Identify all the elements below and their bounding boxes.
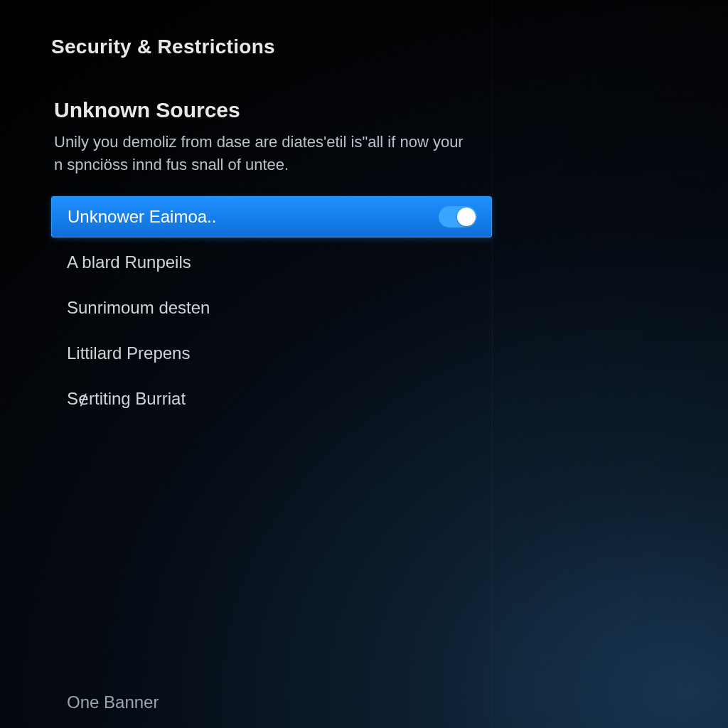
setting-row-label: Littilard Prepens (67, 343, 478, 363)
setting-row-item-3[interactable]: Littilard Prepens (51, 333, 492, 374)
settings-screen: Security & Restrictions Unknown Sources … (0, 0, 728, 728)
toggle-switch[interactable] (439, 206, 477, 228)
section-title: Unknown Sources (54, 98, 492, 122)
setting-row-label: Sunrimoum desten (67, 298, 478, 318)
content-panel: Security & Restrictions Unknown Sources … (51, 36, 492, 419)
setting-row-item-2[interactable]: Sunrimoum desten (51, 287, 492, 328)
section-description: Unily you demoliz from dase are diates'e… (54, 131, 466, 176)
setting-row-unknown-sources[interactable]: Unknower Eaimoa.. (51, 196, 492, 237)
setting-row-item-4[interactable]: Sɇrtiting Burriat (51, 378, 492, 419)
setting-row-label: Unknower Eaimoa.. (68, 207, 439, 227)
setting-row-label: Sɇrtiting Burriat (67, 389, 478, 409)
setting-row-item-1[interactable]: A blard Runpeils (51, 242, 492, 283)
right-fade-overlay (493, 0, 728, 728)
panel-divider (492, 0, 493, 728)
setting-row-label: A blard Runpeils (67, 252, 478, 272)
toggle-knob-icon (457, 208, 476, 226)
page-title: Security & Restrictions (51, 36, 492, 58)
bottom-label: One Banner (67, 692, 159, 712)
